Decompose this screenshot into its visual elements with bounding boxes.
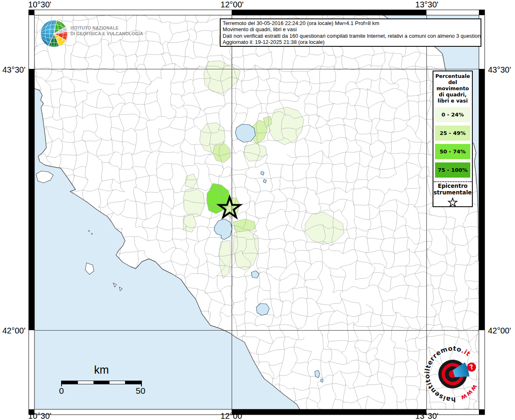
- scalebar-unit: km: [62, 364, 141, 377]
- coord-right-north: 43°30': [488, 65, 511, 75]
- coord-bottom-center: 12°00': [221, 411, 244, 420]
- ingv-globe-logo: [40, 19, 68, 48]
- ingv-wordmark: ISTITUTO NAZIONALE DI GEOFISICA E VULCAN…: [71, 25, 143, 37]
- scalebar-end-label: 50: [136, 386, 145, 396]
- epicenter-star-icon: [447, 196, 458, 208]
- haisentito-logo: haisentitoilterremoto.it www. ?: [422, 343, 484, 405]
- legend-title-line: libri e vasi: [433, 98, 472, 104]
- scalebar-start-label: 0: [59, 386, 64, 396]
- scalebar-segment: [109, 381, 125, 384]
- event-source-line: Dati non verificati estratti da 160 ques…: [223, 33, 479, 39]
- legend-epicenter-label: Epicentro: [433, 183, 472, 189]
- ingv-line1: ISTITUTO NAZIONALE: [71, 25, 143, 31]
- event-effect-line: Movimento di quadri, libri e vasi: [223, 26, 479, 32]
- legend-class-2: 50 - 74%: [435, 144, 470, 159]
- coord-bottom-right: 13°30': [415, 411, 438, 420]
- coord-top-right: 13°30': [415, 0, 438, 9]
- legend-epicenter-label: strumentale: [433, 189, 472, 196]
- event-summary-line: Terremoto del 30-05-2016 22:24:20 (ora l…: [223, 20, 479, 26]
- coord-left-north: 43°30': [0, 65, 25, 75]
- scalebar-segment: [62, 381, 78, 384]
- legend-title-line: di quadri,: [433, 91, 472, 98]
- scalebar-segment: [78, 381, 94, 384]
- ingv-line2: DI GEOFISICA E VULCANOLOGIA: [71, 31, 143, 37]
- coord-bottom-left: 10°30': [28, 411, 51, 420]
- event-updated-line: Aggiornato il: 19-12-2025 21:38 (ora loc…: [223, 39, 479, 45]
- legend-title-line: movimento: [433, 85, 472, 91]
- legend-box: Percentuale del movimento di quadri, lib…: [433, 71, 473, 207]
- scalebar: [62, 381, 141, 384]
- legend-class-1: 25 - 49%: [435, 126, 470, 141]
- legend-title-line: Percentuale: [433, 73, 472, 79]
- coord-top-center: 12°00': [221, 0, 244, 9]
- scalebar-tick-end: [141, 381, 142, 386]
- legend-title-line: del: [433, 79, 472, 85]
- scalebar-segment: [125, 381, 141, 384]
- haisentito-map-page: { "header": { "ingv_line1": "ISTITUTO NA…: [0, 0, 515, 420]
- legend-class-3: 75 - 100%: [435, 162, 470, 178]
- event-info-box: Terremoto del 30-05-2016 22:24:20 (ora l…: [220, 18, 481, 47]
- coord-left-south: 42°00': [0, 326, 25, 336]
- legend-class-0: 0 - 24%: [435, 107, 470, 122]
- scalebar-segment: [93, 381, 109, 384]
- coord-top-left: 10°30': [28, 0, 51, 9]
- legend-separator: [434, 181, 472, 182]
- coord-right-south: 42°00': [488, 326, 511, 336]
- scalebar-tick-start: [61, 381, 62, 386]
